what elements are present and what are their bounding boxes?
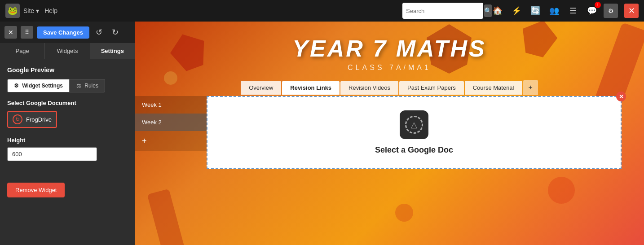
- notification-icon[interactable]: 💬 1: [585, 4, 599, 18]
- save-changes-button[interactable]: Save Changes: [37, 26, 89, 39]
- widget-settings-tabs: ⚙ Widget Settings ⚖ Rules: [7, 79, 128, 92]
- tab-course-material[interactable]: Course Material: [465, 81, 522, 95]
- home-icon[interactable]: 🏠: [490, 4, 505, 18]
- cancel-button[interactable]: ✕: [4, 26, 17, 39]
- list-icon[interactable]: ☰: [566, 4, 580, 18]
- search-box: 🔍: [402, 3, 483, 19]
- left-content: Google Preview ⚙ Widget Settings ⚖ Rules…: [0, 59, 135, 245]
- notification-badge: 1: [595, 2, 601, 8]
- frog-logo: 🐸: [5, 4, 20, 18]
- settings-icon: ⚙: [14, 83, 19, 89]
- add-week-button[interactable]: +: [135, 131, 207, 151]
- tab-settings[interactable]: Settings: [90, 43, 135, 59]
- main-area: ✕ ⠿ Save Changes ↺ ↻ Page Widgets Settin…: [0, 22, 644, 245]
- week-sidebar: Week 1 Week 2 +: [135, 96, 207, 245]
- close-nav-icon[interactable]: ✕: [624, 4, 639, 18]
- height-input[interactable]: [7, 147, 97, 161]
- frogdrive-label: FrogDrive: [26, 116, 52, 123]
- page-content-area: Week 1 Week 2 + ✕ △ Select a Google Doc: [135, 96, 644, 245]
- tab-past-exam-papers[interactable]: Past Exam Papers: [399, 81, 464, 95]
- site-menu[interactable]: Site ▾: [23, 7, 39, 14]
- frogdrive-selector[interactable]: ↻ FrogDrive: [7, 111, 57, 128]
- widget-settings-label: Widget Settings: [22, 83, 63, 89]
- rules-label: Rules: [84, 83, 98, 89]
- search-input[interactable]: [406, 8, 481, 14]
- chevron-down-icon: ▾: [36, 7, 39, 14]
- top-nav: 🐸 Site ▾ Help 🔍 🏠 ⚡ 🔄 👥 ☰ 💬 1 ⚙ ✕: [0, 0, 644, 22]
- undo-button[interactable]: ↺: [93, 26, 106, 39]
- help-link[interactable]: Help: [44, 7, 57, 14]
- rules-icon: ⚖: [76, 83, 81, 89]
- refresh-icon[interactable]: 🔄: [528, 4, 543, 18]
- left-panel: ✕ ⠿ Save Changes ↺ ↻ Page Widgets Settin…: [0, 22, 135, 245]
- gdrive-icon: △: [405, 116, 423, 134]
- height-label: Height: [7, 137, 128, 144]
- nav-icons: 🏠 ⚡ 🔄 👥 ☰ 💬 1 ⚙ ✕: [490, 4, 639, 18]
- google-doc-box[interactable]: ✕ △ Select a Google Doc: [207, 96, 622, 169]
- week-2-item[interactable]: Week 2: [135, 114, 207, 131]
- drag-button[interactable]: ⠿: [21, 26, 33, 39]
- select-doc-label: Select Google Document: [7, 100, 128, 106]
- lightning-icon[interactable]: ⚡: [509, 4, 524, 18]
- widget-settings-tab[interactable]: ⚙ Widget Settings: [7, 79, 70, 92]
- add-tab-button[interactable]: +: [523, 80, 538, 95]
- right-area: YEAR 7 MATHS CLASS 7A/MA1 Overview Revis…: [135, 22, 644, 245]
- tab-revision-links[interactable]: Revision Links: [282, 81, 340, 95]
- google-preview-title: Google Preview: [7, 66, 128, 74]
- page-title: YEAR 7 MATHS: [135, 35, 644, 62]
- redo-button[interactable]: ↻: [109, 26, 122, 39]
- week-1-item[interactable]: Week 1: [135, 96, 207, 114]
- google-doc-widget: ✕ △ Select a Google Doc: [207, 96, 644, 245]
- left-toolbar: ✕ ⠿ Save Changes ↺ ↻: [0, 22, 135, 43]
- page-subtitle: CLASS 7A/MA1: [135, 64, 644, 72]
- tab-page[interactable]: Page: [0, 43, 45, 59]
- frogdrive-icon: ↻: [13, 114, 22, 124]
- gdrive-icon-circle: △: [400, 110, 428, 139]
- tab-revision-videos[interactable]: Revision Videos: [340, 81, 398, 95]
- remove-widget-button[interactable]: Remove Widget: [7, 183, 65, 197]
- rules-tab[interactable]: ⚖ Rules: [70, 79, 105, 92]
- users-icon[interactable]: 👥: [547, 4, 561, 18]
- page-background: YEAR 7 MATHS CLASS 7A/MA1 Overview Revis…: [135, 22, 644, 245]
- page-tabs: Overview Revision Links Revision Videos …: [135, 80, 644, 95]
- google-doc-select-label: Select a Google Doc: [375, 145, 453, 155]
- tab-widgets[interactable]: Widgets: [45, 43, 90, 59]
- tab-overview[interactable]: Overview: [241, 81, 281, 95]
- tools-icon[interactable]: ⚙: [604, 4, 618, 18]
- site-label: Site: [23, 7, 34, 14]
- google-doc-close-button[interactable]: ✕: [616, 92, 626, 101]
- page-header: YEAR 7 MATHS CLASS 7A/MA1: [135, 22, 644, 76]
- left-tabs: Page Widgets Settings: [0, 43, 135, 59]
